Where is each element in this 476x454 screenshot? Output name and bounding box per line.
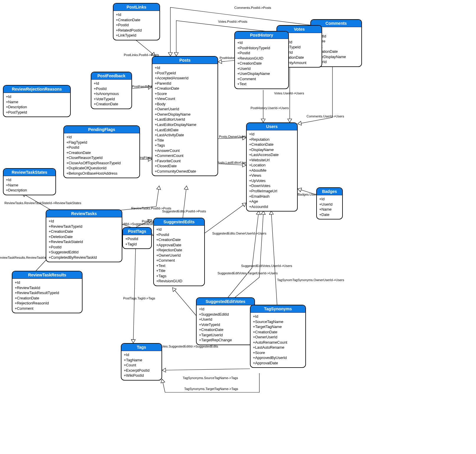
relation-arrowhead [261,119,265,122]
relation-arrowhead [298,188,302,192]
entity-attr: +Comment [15,306,80,311]
entity-attr: +Name [6,183,53,188]
entity-attr: +Name [319,207,340,212]
relation-arrowhead [298,121,302,125]
relation-line [162,373,259,392]
entity-title: TagSynonyms [251,305,305,313]
entity-attr: +BelongsOnBaseHostAddress [66,171,137,176]
entity-attr: +TargetRepChange [199,337,252,343]
entity-attr: +CompletedByReviewTaskId [49,255,119,260]
entity-attr: +DisplayName [249,147,295,153]
diagram-canvas: Comments.PostId->PostsVotes.PostId->Post… [0,0,476,454]
entity-attr: +DownVotes [249,183,295,189]
entity-attr: +Id [156,227,202,232]
entity-attrs: +Id+SourceTagName+TargetTagName+Creation… [251,313,305,367]
entity-suggestededitvotes: SuggestedEditVotes+Id+SuggestedEditId+Us… [196,297,255,345]
entity-attr: +LastAccessDate [249,152,295,158]
entity-attr: +Views [249,173,295,178]
relation-label: TagSynonyms.SourceTagName->Tags [183,376,238,380]
relation-line [22,193,53,211]
entity-posts: Posts+Id+PostTypeId+AcceptedAnswerId+Par… [152,56,218,176]
entity-title: PostLinks [113,4,159,11]
entity-postlinks: PostLinks+Id+CreationDate+PostId+Related… [113,3,160,40]
entity-attr: +LastEditDate [155,127,215,133]
entity-attr: +WebsiteUrl [249,158,295,163]
entity-attr: +OwnerUserId [156,253,202,258]
entity-attr: +Id [6,177,53,183]
entity-attr: +TagName [124,358,159,363]
entity-attr: +UpVotes [249,178,295,183]
relation-label: Comments.PostId->Posts [234,6,271,9]
relation-line [271,211,277,305]
relation-arrowhead [243,136,246,140]
entity-attr: +PostTypeId [155,71,215,76]
relation-arrowhead [131,340,135,343]
relation-line [136,220,152,227]
entity-attr: +RevisionGUID [237,56,286,61]
entity-title: Badges [317,188,342,195]
entity-attr: +Id [199,307,252,312]
relation-label: Comments.UserId->Users [307,114,344,118]
entity-attr: +PostId [66,145,137,150]
relation-arrowhead [243,163,246,167]
entity-reviewtaskstates: ReviewTaskStates+Id+Name+Description [3,168,56,195]
entity-attr: +Reputation [249,137,295,142]
entity-attr: +PostId [237,50,286,56]
entity-attr: +SuggestedEditId [49,250,119,255]
relation-arrowhead [162,368,166,372]
entity-attr: +ExcerptPostId [124,368,159,373]
entity-attr: +AcceptedAnswerId [155,76,215,81]
entity-attr: +CreationDate [199,327,252,332]
entity-attr: +Text [156,263,202,268]
entity-attr: +ProfileImageUrl [249,189,295,194]
entity-attr: +Location [249,163,295,168]
relation-label: ReviewTasks.ReviewTaskStateId->ReviewTas… [4,201,81,205]
relation-line [218,164,246,165]
entity-attr: +Id [155,65,215,71]
entity-attr: +LastAutoRename [253,345,303,350]
entity-title: ReviewRejectionReasons [4,86,70,93]
entity-title: PostHistory [235,32,288,39]
entity-attr: +Name [6,99,68,105]
entity-attr: +CreationDate [49,229,119,234]
relation-arrowhead [148,85,152,89]
relation-arrowhead [288,119,292,122]
entity-attr: +OwnerDisplayName [155,112,215,117]
entity-attr: +CommunityOwnedDate [155,169,215,174]
relation-line [205,203,246,233]
entity-attr: +CreationDate [156,237,202,242]
entity-tagsynonyms: TagSynonyms+Id+SourceTagName+TargetTagNa… [250,305,306,368]
entity-attr: +TargetUserId [199,332,252,338]
entity-posttags: PostTags+PostId+TagId [122,227,152,249]
entity-attr: +FavoriteCount [155,158,215,164]
relation-line [183,186,187,218]
entity-attrs: +Id+PostId+CreationDate+ApprovalDate+Rej… [154,226,204,286]
relation-label: TagSynomTagSynonyms.OwnerUserId->Users [277,278,344,282]
entity-attr: +Age [249,199,295,204]
entity-attr: +IsAnonymous [94,91,129,96]
entity-attr: +CreationDate [249,142,295,147]
entity-attr: +Title [155,138,215,143]
entity-attr: +TargetTagName [253,324,303,330]
entity-attr: +ReviewTaskTypeId [49,224,119,229]
entity-attrs: +Id+Name+Description [4,176,55,195]
entity-reviewtasks: ReviewTasks+Id+ReviewTaskTypeId+Creation… [46,209,122,262]
entity-title: SuggestedEditVotes [197,298,254,305]
entity-attr: +Date [319,212,340,217]
entity-attr: +Id [15,280,80,285]
relation-label: SuggestedEditVotes.TargetUserId->Users [218,271,278,275]
entity-attr: +CreationDate [155,86,215,91]
relation-arrowhead [157,186,161,190]
relation-label: ReviewTasks.PostId->Posts [131,206,172,210]
entity-attr: +Id [6,94,68,99]
relation-arrowhead [161,379,165,383]
entity-attr: +Id [249,132,295,137]
relation-line [99,186,159,212]
entity-attr: +LastEditorUserId [155,117,215,122]
entity-attr: +Description [6,188,53,193]
entity-attr: +PostId [125,236,149,242]
entity-attrs: +Id+PostId+IsAnonymous+VoteTypeId+Creati… [91,80,131,109]
entity-attrs: +Id+FlagTypeId+PostId+CreationDate+Close… [64,133,139,178]
entity-attr: +Id [116,12,157,17]
entity-attr: +PostId [156,232,202,237]
